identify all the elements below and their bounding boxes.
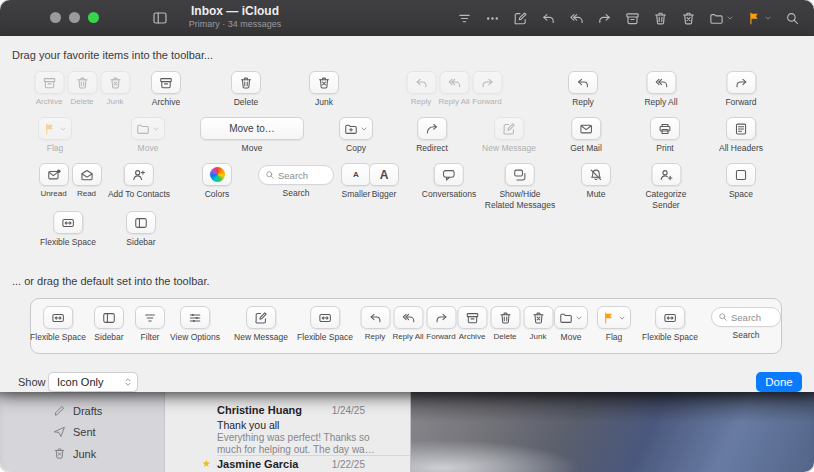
junk-button[interactable] [681, 11, 696, 26]
junk-icon [108, 76, 122, 90]
more-button[interactable] [485, 11, 500, 26]
filter-icon [143, 311, 157, 325]
palette-item-bigger[interactable]: A Bigger [369, 163, 399, 200]
palette-item-redirect[interactable]: Redirect [416, 117, 448, 154]
chevron-down-icon [152, 125, 160, 133]
default-item-search[interactable]: Search Search [711, 307, 781, 341]
search-icon [718, 312, 728, 322]
palette-item-archive[interactable]: Archive [151, 71, 181, 108]
search-icon [785, 11, 800, 26]
new-message-button[interactable] [513, 11, 528, 26]
minimize-button[interactable] [69, 12, 80, 23]
default-item-flexible-space[interactable]: Flexible Space [297, 306, 353, 343]
default-item-flag[interactable]: Flag [597, 306, 631, 343]
palette-item-copy[interactable]: Copy [339, 117, 373, 154]
palette-item-print[interactable]: Print [650, 117, 680, 154]
redirect-icon [425, 122, 439, 136]
palette-item-reply-replyall-forward-group: ReplyReply AllForward [405, 71, 504, 106]
categorize-sender-icon [659, 168, 673, 182]
default-item-new-message[interactable]: New Message [234, 306, 288, 343]
palette-item-unread-read-group[interactable]: UnreadRead [37, 163, 103, 198]
palette-item-sidebar[interactable]: Sidebar [126, 211, 156, 248]
star-icon: ★ [202, 458, 211, 469]
palette-item-forward[interactable]: Forward [725, 71, 756, 108]
palette-item-delete[interactable]: Delete [231, 71, 261, 108]
forward-icon [434, 311, 448, 325]
trash-icon [653, 11, 668, 26]
add-contact-icon [132, 168, 146, 182]
palette-item-flag: Flag [38, 117, 72, 154]
reply-all-button[interactable] [569, 11, 584, 26]
palette-item-conversations[interactable]: Conversations [422, 163, 476, 200]
window-title: Inbox — iCloud [180, 4, 290, 18]
unread-icon [47, 168, 61, 182]
palette-item-reply-all[interactable]: Reply All [644, 71, 677, 108]
zoom-button[interactable] [88, 12, 99, 23]
forward-button[interactable] [597, 11, 612, 26]
palette-item-move-to[interactable]: Move to… Move [200, 117, 304, 154]
palette-item-smaller[interactable]: A Smaller [341, 163, 371, 200]
reply-all-icon [569, 11, 584, 26]
filter-icon [457, 11, 472, 26]
done-button[interactable]: Done [756, 372, 802, 392]
palette-item-show-hide-related[interactable]: Show/HideRelated Messages [485, 163, 555, 210]
palette-item-mute[interactable]: Mute [581, 163, 611, 200]
envelope-icon [579, 122, 593, 136]
reply-all-icon [401, 311, 415, 325]
archive-icon [42, 76, 56, 90]
default-item-move[interactable]: Move [554, 306, 588, 343]
updown-chevron-icon [123, 377, 133, 387]
palette-item-all-headers[interactable]: All Headers [719, 117, 763, 154]
default-toolbar-set[interactable]: Flexible Space Sidebar Filter View Optio… [30, 298, 782, 354]
smaller-a-icon: A [353, 170, 359, 179]
default-item-flexible-space[interactable]: Flexible Space [30, 306, 86, 343]
default-item-reply-replyall-forward-group[interactable]: ReplyReply AllForward [359, 306, 458, 341]
search-button[interactable] [785, 11, 800, 26]
flag-button[interactable] [747, 11, 772, 26]
sidebar-item-drafts[interactable]: Drafts [53, 404, 102, 417]
read-icon [80, 168, 94, 182]
archive-button[interactable] [625, 11, 640, 26]
move-button[interactable] [709, 11, 734, 26]
chevron-down-icon [726, 14, 734, 22]
default-item-sidebar[interactable]: Sidebar [94, 306, 124, 343]
palette-item-categorize-sender[interactable]: CategorizeSender [645, 163, 686, 210]
sidebar-toggle-icon[interactable] [152, 10, 168, 26]
sidebar-icon [102, 311, 116, 325]
traffic-lights [50, 12, 99, 23]
reply-button[interactable] [541, 11, 556, 26]
show-popup-button[interactable]: Icon Only [48, 372, 138, 392]
close-button[interactable] [50, 12, 61, 23]
palette-item-colors[interactable]: Colors [202, 163, 232, 200]
palette-item-reply[interactable]: Reply [568, 71, 598, 108]
palette-item-add-to-contacts[interactable]: Add To Contacts [108, 163, 170, 200]
palette-item-junk[interactable]: Junk [309, 71, 339, 108]
trash-icon [75, 76, 89, 90]
palette-item-flexible-space[interactable]: Flexible Space [40, 211, 96, 248]
filter-button[interactable] [457, 11, 472, 26]
palette-item-search[interactable]: Search Search [258, 165, 334, 199]
mute-bell-icon [589, 168, 603, 182]
delete-button[interactable] [653, 11, 668, 26]
flexible-space-icon [61, 216, 75, 230]
forward-icon [734, 76, 748, 90]
sidebar-item-junk[interactable]: Junk [53, 447, 96, 460]
show-label: Show [18, 376, 46, 388]
default-item-archive-delete-junk-group[interactable]: ArchiveDeleteJunk [456, 306, 555, 341]
folder-icon [709, 11, 724, 26]
chevron-down-icon [575, 314, 583, 322]
chevron-down-icon [618, 314, 626, 322]
reply-all-icon [654, 76, 668, 90]
palette-item-get-mail[interactable]: Get Mail [570, 117, 602, 154]
default-item-filter[interactable]: Filter [135, 306, 165, 343]
mail-window: Inbox — iCloud Primary · 34 messages Dra… [0, 0, 814, 472]
customize-toolbar-sheet: Drag your favorite items into the toolba… [0, 36, 814, 392]
default-item-view-options[interactable]: View Options [170, 306, 220, 343]
flexible-space-icon [663, 311, 677, 325]
sidebar-item-sent[interactable]: Sent [53, 425, 96, 438]
default-set-instruction: ... or drag the default set into the too… [12, 275, 210, 287]
default-item-flexible-space[interactable]: Flexible Space [642, 306, 698, 343]
palette-item-space[interactable]: Space [726, 163, 756, 200]
palette-item-archive-delete-junk-group: ArchiveDeleteJunk [33, 71, 132, 106]
window-title-block: Inbox — iCloud Primary · 34 messages [180, 4, 290, 29]
